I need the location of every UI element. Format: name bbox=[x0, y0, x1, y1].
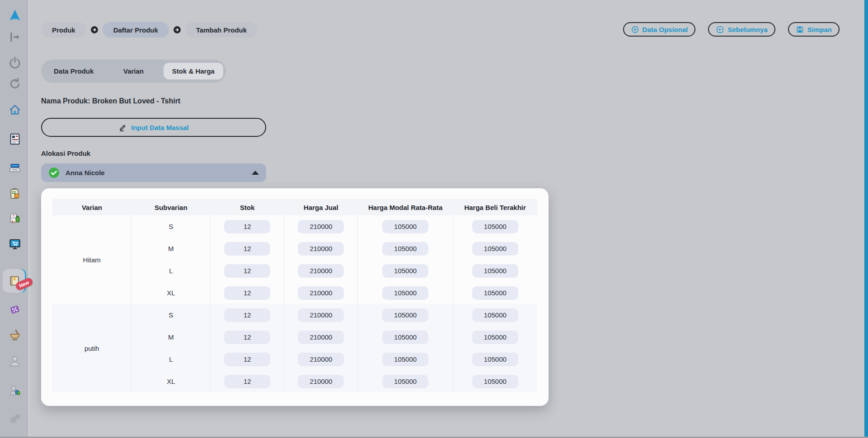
breadcrumb-arrow-icon bbox=[173, 25, 182, 34]
col-harga-jual: Harga Jual bbox=[284, 199, 358, 215]
clipboard-order-icon bbox=[8, 187, 22, 200]
stok-input[interactable]: 12 bbox=[224, 264, 270, 278]
subvarian-cell: S bbox=[131, 304, 211, 326]
settings-gears-icon bbox=[8, 412, 22, 425]
col-stok: Stok bbox=[211, 199, 284, 215]
harga-modal-input[interactable]: 105000 bbox=[382, 286, 428, 300]
varian-cell: putih bbox=[52, 304, 131, 392]
tab-varian[interactable]: Varian bbox=[103, 63, 163, 79]
harga-modal-input[interactable]: 105000 bbox=[382, 375, 428, 388]
tab-stok-harga[interactable]: Stok & Harga bbox=[164, 63, 223, 79]
harga-modal-input[interactable]: 105000 bbox=[382, 242, 428, 256]
stok-input[interactable]: 12 bbox=[224, 353, 270, 366]
sidebar-item-customer[interactable] bbox=[0, 352, 29, 370]
stok-input[interactable]: 12 bbox=[224, 286, 270, 300]
breadcrumb-tambah-produk[interactable]: Tambah Produk bbox=[185, 22, 258, 37]
sidebar-item-refresh[interactable] bbox=[0, 75, 29, 93]
harga-beli-input[interactable]: 105000 bbox=[472, 286, 518, 300]
plus-circle-icon bbox=[631, 25, 639, 34]
data-opsional-label: Data Opsional bbox=[643, 26, 688, 33]
harga-modal-input[interactable]: 105000 bbox=[382, 308, 428, 322]
harga-modal-input[interactable]: 105000 bbox=[382, 331, 428, 344]
col-varian: Varian bbox=[52, 199, 131, 215]
sidebar-item-pharmacy[interactable] bbox=[0, 210, 29, 228]
harga-modal-input[interactable]: 105000 bbox=[382, 220, 428, 233]
chevron-up-icon[interactable] bbox=[252, 171, 259, 175]
harga-jual-input[interactable]: 210000 bbox=[298, 264, 344, 278]
input-data-massal-button[interactable]: Input Data Massal bbox=[41, 118, 266, 137]
harga-beli-input[interactable]: 105000 bbox=[472, 353, 518, 366]
sidebar-item-online-store[interactable] bbox=[0, 235, 29, 253]
check-circle-icon bbox=[48, 167, 60, 178]
subvarian-cell: M bbox=[131, 326, 211, 348]
harga-beli-input[interactable]: 105000 bbox=[472, 264, 518, 278]
varian-cell: Hitam bbox=[52, 215, 131, 304]
table-row: Hitam S 12 210000 105000 105000 bbox=[52, 215, 537, 238]
stok-input[interactable]: 12 bbox=[224, 308, 270, 322]
subvarian-cell: L bbox=[131, 348, 211, 370]
sidebar-item-catalog[interactable]: New bbox=[3, 269, 26, 293]
discount-tag-icon bbox=[8, 303, 22, 317]
harga-jual-input[interactable]: 210000 bbox=[298, 353, 344, 366]
simpan-button[interactable]: Simpan bbox=[788, 22, 840, 37]
subvarian-cell: XL bbox=[131, 282, 211, 304]
subvarian-cell: L bbox=[131, 260, 211, 282]
sidebar-item-cashier[interactable] bbox=[0, 159, 29, 177]
breadcrumb-produk[interactable]: Produk bbox=[41, 22, 86, 37]
brand-logo-icon bbox=[8, 9, 22, 22]
sidebar-item-home[interactable] bbox=[0, 101, 29, 119]
harga-beli-input[interactable]: 105000 bbox=[472, 242, 518, 256]
power-icon bbox=[8, 56, 22, 69]
subvarian-cell: XL bbox=[131, 370, 211, 392]
subvarian-cell: M bbox=[131, 238, 211, 260]
pencil-icon bbox=[118, 123, 127, 132]
sidebar-item-news[interactable] bbox=[0, 130, 29, 148]
customer-icon bbox=[8, 354, 22, 368]
harga-jual-input[interactable]: 210000 bbox=[298, 331, 344, 344]
sidebar-item-settings[interactable] bbox=[0, 410, 29, 428]
harga-modal-input[interactable]: 105000 bbox=[382, 353, 428, 366]
harga-jual-input[interactable]: 210000 bbox=[298, 286, 344, 300]
refresh-icon bbox=[8, 77, 22, 90]
harga-beli-input[interactable]: 105000 bbox=[472, 375, 518, 388]
col-harga-modal: Harga Modal Rata-Rata bbox=[358, 199, 453, 215]
sidebar-item-orders[interactable] bbox=[0, 185, 29, 203]
alokasi-selected-value: Anna Nicole bbox=[66, 169, 246, 177]
harga-jual-input[interactable]: 210000 bbox=[298, 220, 344, 233]
pharmacy-document-icon bbox=[8, 212, 22, 225]
harga-jual-input[interactable]: 210000 bbox=[298, 375, 344, 388]
breadcrumb-arrow-icon bbox=[90, 25, 99, 34]
harga-beli-input[interactable]: 105000 bbox=[472, 308, 518, 322]
stok-input[interactable]: 12 bbox=[224, 220, 270, 233]
table-row: putih S 12 210000 105000 105000 bbox=[52, 304, 537, 326]
harga-beli-input[interactable]: 105000 bbox=[472, 220, 518, 233]
stok-input[interactable]: 12 bbox=[224, 375, 270, 388]
harga-modal-input[interactable]: 105000 bbox=[382, 264, 428, 278]
alokasi-produk-label: Alokasi Produk bbox=[41, 149, 90, 157]
breadcrumb: Produk Daftar Produk Tambah Produk bbox=[41, 22, 258, 37]
stok-input[interactable]: 12 bbox=[224, 331, 270, 344]
stock-price-card: Varian Subvarian Stok Harga Jual Harga M… bbox=[41, 188, 549, 406]
sidebar-item-discount[interactable] bbox=[0, 301, 29, 319]
sidebar-item-power[interactable] bbox=[0, 53, 29, 71]
sidebar-item-brand[interactable] bbox=[0, 6, 29, 24]
save-floppy-icon bbox=[796, 25, 804, 34]
col-subvarian: Subvarian bbox=[131, 199, 211, 215]
harga-beli-input[interactable]: 105000 bbox=[472, 331, 518, 344]
online-store-icon bbox=[8, 238, 22, 251]
cash-register-icon bbox=[8, 161, 22, 175]
sidebar: New bbox=[0, 0, 29, 438]
mortar-pestle-icon bbox=[8, 328, 22, 342]
stok-input[interactable]: 12 bbox=[224, 242, 270, 256]
tab-data-produk[interactable]: Data Produk bbox=[44, 63, 103, 79]
alokasi-produk-select[interactable]: Anna Nicole bbox=[41, 163, 266, 182]
sebelumnya-button[interactable]: Sebelumnya bbox=[708, 22, 775, 37]
vertical-scrollbar[interactable] bbox=[864, 0, 868, 438]
data-opsional-button[interactable]: Data Opsional bbox=[623, 22, 696, 37]
sidebar-item-logout[interactable] bbox=[0, 28, 29, 46]
sidebar-item-supplier[interactable] bbox=[0, 382, 29, 400]
sidebar-item-compound[interactable] bbox=[0, 326, 29, 344]
harga-jual-input[interactable]: 210000 bbox=[298, 308, 344, 322]
harga-jual-input[interactable]: 210000 bbox=[298, 242, 344, 256]
breadcrumb-daftar-produk[interactable]: Daftar Produk bbox=[103, 22, 169, 37]
